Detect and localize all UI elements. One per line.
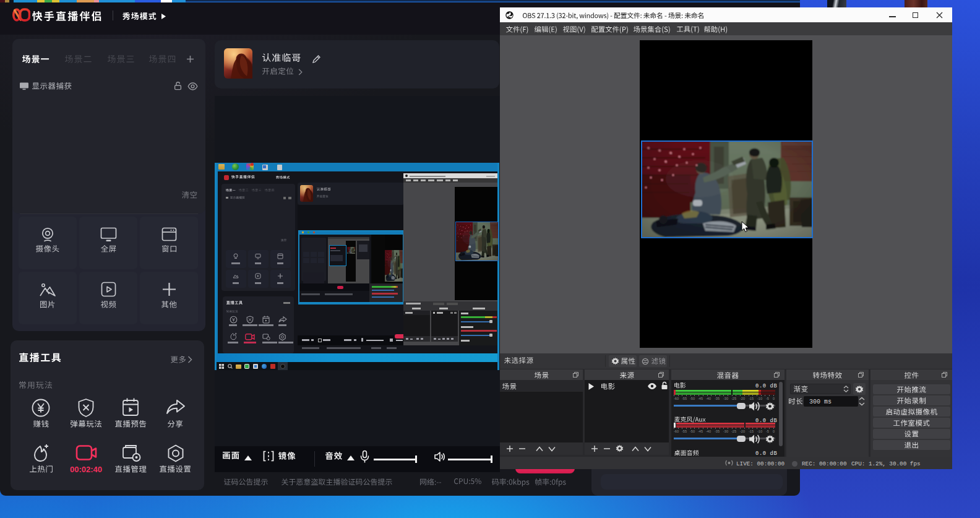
svg-text:-20: -20 [740, 397, 745, 400]
svg-text:-30: -30 [723, 397, 728, 400]
svg-text:-10: -10 [757, 430, 762, 433]
svg-text:-55: -55 [682, 430, 687, 433]
svg-text:-45: -45 [698, 430, 703, 433]
svg-text:-20: -20 [740, 430, 745, 433]
svg-text:0: 0 [773, 397, 775, 400]
svg-text:-15: -15 [749, 430, 754, 433]
svg-text:-45: -45 [698, 397, 703, 400]
svg-text:-50: -50 [690, 397, 695, 400]
svg-text:0: 0 [773, 430, 775, 433]
svg-text:-50: -50 [690, 430, 695, 433]
svg-text:-30: -30 [723, 430, 728, 433]
svg-text:-10: -10 [757, 397, 762, 400]
svg-text:-5: -5 [766, 430, 769, 433]
svg-text:-15: -15 [749, 397, 754, 400]
svg-text:-40: -40 [706, 397, 711, 400]
svg-text:-35: -35 [715, 397, 720, 400]
svg-text:-60: -60 [674, 430, 679, 433]
svg-text:-60: -60 [674, 397, 679, 400]
svg-text:-25: -25 [731, 397, 736, 400]
svg-text:-5: -5 [766, 397, 769, 400]
svg-text:-40: -40 [706, 430, 711, 433]
svg-text:-35: -35 [715, 430, 720, 433]
svg-text:-25: -25 [731, 430, 736, 433]
svg-text:-55: -55 [682, 397, 687, 400]
